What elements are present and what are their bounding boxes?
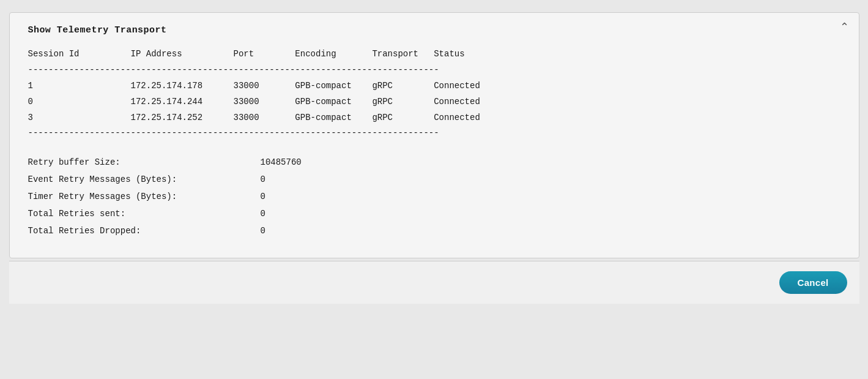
telemetry-content: Session Id IP Address Port Encoding Tran… — [28, 47, 840, 141]
stat-row: Total Retries sent: 0 — [28, 205, 840, 222]
stat-label: Total Retries sent: — [28, 205, 261, 222]
stat-label: Event Retry Messages (Bytes): — [28, 171, 261, 188]
stat-row: Timer Retry Messages (Bytes): 0 — [28, 188, 840, 205]
cancel-button[interactable]: Cancel — [779, 271, 847, 294]
stat-row: Event Retry Messages (Bytes): 0 — [28, 171, 840, 188]
telemetry-panel: ⌃ Show Telemetry Transport Session Id IP… — [9, 12, 859, 258]
bottom-bar: Cancel — [9, 261, 859, 304]
stat-value: 0 — [261, 171, 265, 188]
stat-label: Timer Retry Messages (Bytes): — [28, 188, 261, 205]
collapse-button[interactable]: ⌃ — [840, 20, 849, 34]
stat-value: 0 — [261, 188, 265, 205]
stat-row: Total Retries Dropped: 0 — [28, 222, 840, 239]
panel-title: Show Telemetry Transport — [28, 25, 840, 36]
stat-label: Retry buffer Size: — [28, 154, 261, 171]
stat-label: Total Retries Dropped: — [28, 222, 261, 239]
stat-value: 0 — [261, 205, 265, 222]
stat-value: 0 — [261, 222, 265, 239]
stats-section: Retry buffer Size: 10485760Event Retry M… — [28, 154, 840, 239]
stat-row: Retry buffer Size: 10485760 — [28, 154, 840, 171]
stat-value: 10485760 — [261, 154, 302, 171]
